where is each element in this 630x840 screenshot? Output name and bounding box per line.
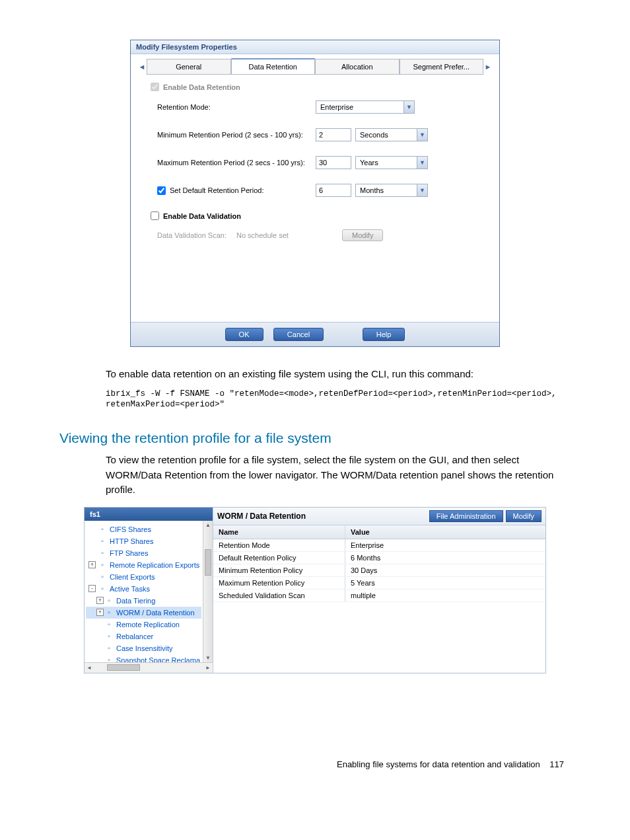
navigator-item[interactable]: +▫Data Tiering (86, 595, 201, 607)
navigator-item[interactable]: ▫Snapshot Space Reclama (86, 654, 201, 662)
scroll-thumb[interactable] (205, 549, 211, 576)
min-retention-unit-combo[interactable]: Seconds ▼ (355, 128, 428, 141)
navigator-list[interactable]: ▫CIFS Shares▫HTTP Shares▫FTP Shares+▫Rem… (85, 521, 203, 662)
navigator-item[interactable]: ▫CIFS Shares (86, 523, 201, 535)
validation-scan-label: Data Validation Scan: (157, 231, 236, 239)
navigator-item-label: CIFS Shares (110, 524, 151, 535)
navigator-item-label: Client Exports (110, 572, 155, 582)
scroll-down-icon[interactable]: ▼ (205, 654, 211, 662)
enable-validation-checkbox[interactable] (151, 211, 159, 220)
tab-scroll-right-icon[interactable]: ► (483, 63, 493, 71)
default-retention-label: Set Default Retention Period: (170, 186, 263, 194)
table-row: Default Retention Policy6 Months (213, 552, 545, 564)
expand-icon[interactable]: - (88, 585, 96, 592)
navigator-item[interactable]: ▫Remote Replication (86, 619, 201, 630)
cancel-button[interactable]: Cancel (273, 328, 324, 341)
default-retention-input[interactable] (316, 184, 351, 197)
navigator-item[interactable]: +▫Remote Replication Exports (86, 559, 201, 571)
navigator-item[interactable]: ▫Rebalancer (86, 630, 201, 642)
scroll-up-icon[interactable]: ▲ (205, 521, 211, 529)
enable-retention-label: Enable Data Retention (163, 83, 240, 91)
navigator-item[interactable]: ▫Case Insensitivity (86, 642, 201, 654)
tabs-row: ◄ General Data Retention Allocation Segm… (137, 58, 493, 75)
tab-segment-prefer[interactable]: Segment Prefer... (400, 59, 484, 75)
enable-retention-checkbox (151, 83, 159, 91)
navigator-item-label: Snapshot Space Reclama (116, 655, 200, 662)
item-icon: ▫ (98, 549, 107, 557)
max-retention-unit: Years (356, 159, 417, 167)
retention-mode-combo[interactable]: Enterprise ▼ (316, 100, 415, 114)
cell-name: Minimum Retention Policy (213, 564, 345, 576)
tab-allocation[interactable]: Allocation (315, 59, 400, 75)
cell-name: Maximum Retention Policy (213, 577, 345, 589)
chevron-down-icon[interactable]: ▼ (417, 184, 427, 196)
expand-icon[interactable]: + (96, 597, 104, 604)
navigator-item[interactable]: ▫Client Exports (86, 571, 201, 583)
file-administration-button[interactable]: File Administration (429, 510, 503, 522)
max-retention-unit-combo[interactable]: Years ▼ (355, 156, 428, 169)
worm-retention-panel: fs1 ▫CIFS Shares▫HTTP Shares▫FTP Shares+… (84, 507, 546, 673)
min-retention-row: Minimum Retention Period (2 secs - 100 y… (151, 128, 479, 141)
chevron-down-icon[interactable]: ▼ (403, 101, 414, 113)
item-icon: ▫ (104, 656, 114, 662)
enable-validation-label: Enable Data Validation (163, 212, 241, 220)
cell-value: 6 Months (345, 552, 545, 564)
scroll-left-icon[interactable]: ◄ (85, 665, 94, 671)
default-retention-unit: Months (356, 186, 417, 194)
navigator-item[interactable]: +▫WORM / Data Retention (86, 607, 201, 619)
enable-validation-row: Enable Data Validation (151, 211, 479, 220)
footer-text: Enabling file systems for data retention… (337, 759, 540, 769)
default-retention-unit-combo[interactable]: Months ▼ (355, 184, 428, 197)
hscroll-thumb[interactable] (107, 664, 140, 671)
item-icon: ▫ (98, 585, 107, 593)
tab-data-retention[interactable]: Data Retention (231, 58, 316, 75)
default-retention-checkbox[interactable] (157, 186, 166, 195)
navigator-item[interactable]: ▫HTTP Shares (86, 535, 201, 547)
retention-table: Name Value Retention ModeEnterpriseDefau… (213, 525, 545, 673)
item-icon: ▫ (104, 609, 114, 617)
ok-button[interactable]: OK (225, 328, 263, 341)
default-retention-row: Set Default Retention Period: Months ▼ (151, 184, 479, 197)
cell-name: Retention Mode (213, 539, 345, 551)
tab-scroll-left-icon[interactable]: ◄ (137, 63, 147, 71)
navigator-item-label: HTTP Shares (110, 536, 153, 547)
horizontal-scrollbar[interactable]: ◄ ► (85, 662, 213, 673)
table-row: Retention ModeEnterprise (213, 539, 545, 552)
max-retention-input[interactable] (316, 156, 351, 169)
scroll-right-icon[interactable]: ► (203, 665, 213, 671)
cell-value: multiple (345, 590, 545, 601)
table-row: Minimum Retention Policy30 Days (213, 564, 545, 577)
validation-scan-value: No schedule set (236, 231, 316, 239)
modify-scan-button: Modify (342, 229, 383, 241)
cell-value: Enterprise (345, 539, 545, 551)
navigator-item[interactable]: -▫Active Tasks (86, 583, 201, 595)
max-retention-row: Maximum Retention Period (2 secs - 100 y… (151, 156, 479, 169)
navigator-item-label: Case Insensitivity (116, 643, 173, 654)
modify-button[interactable]: Modify (506, 510, 542, 522)
retention-mode-value: Enterprise (316, 103, 403, 111)
cell-name: Default Retention Policy (213, 552, 345, 564)
col-name: Name (213, 525, 345, 539)
chevron-down-icon[interactable]: ▼ (417, 129, 427, 141)
page-number: 117 (549, 759, 564, 769)
chevron-down-icon[interactable]: ▼ (417, 157, 427, 169)
min-retention-input[interactable] (316, 128, 351, 141)
cli-command-code: ibrix_fs -W -f FSNAME -o "retenMode=<mod… (106, 389, 571, 411)
navigator-item-label: Data Tiering (116, 595, 155, 606)
tab-general[interactable]: General (147, 59, 231, 75)
help-button[interactable]: Help (363, 328, 405, 341)
section-intro-text: To view the retention profile for a file… (106, 453, 571, 498)
cell-name: Scheduled Validation Scan (213, 590, 345, 601)
item-icon: ▫ (104, 621, 114, 629)
content-pane: WORM / Data Retention File Administratio… (213, 508, 545, 673)
navigator-item-label: WORM / Data Retention (116, 607, 195, 618)
navigator-item[interactable]: ▫FTP Shares (86, 547, 201, 559)
expand-icon[interactable]: + (88, 561, 96, 568)
table-row: Maximum Retention Policy5 Years (213, 577, 545, 590)
min-retention-label: Minimum Retention Period (2 secs - 100 y… (157, 131, 316, 139)
expand-icon[interactable]: + (96, 609, 104, 616)
vertical-scrollbar[interactable]: ▲ ▼ (203, 521, 213, 662)
navigator-item-label: Remote Replication (116, 619, 180, 630)
section-heading: Viewing the retention profile for a file… (59, 430, 571, 446)
validation-scan-row: Data Validation Scan: No schedule set Mo… (151, 229, 479, 241)
